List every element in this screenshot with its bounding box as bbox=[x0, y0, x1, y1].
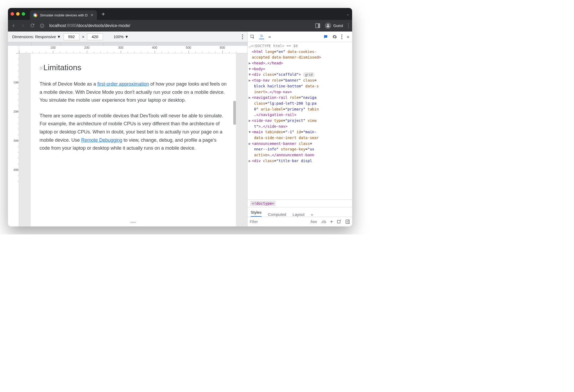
browser-window: Simulate mobile devices with D ✕ ＋ ⌄ loc… bbox=[8, 8, 352, 226]
close-window[interactable] bbox=[11, 12, 14, 16]
paragraph-2: There are some aspects of mobile devices… bbox=[40, 112, 227, 152]
devtools-panel: » ✕ …<!DOCTYPE html> == $0 <html lang="e… bbox=[248, 32, 352, 226]
page-heading: #Limitations bbox=[40, 61, 227, 74]
dom-tree-line[interactable]: block hairline-bottom" data-s bbox=[249, 83, 352, 89]
svg-rect-1 bbox=[42, 25, 42, 27]
scrollbar-thumb[interactable] bbox=[233, 101, 236, 125]
tab-title: Simulate mobile devices with D bbox=[40, 13, 88, 17]
url-field[interactable]: localhost:8080/docs/devtools/device-mode… bbox=[49, 23, 311, 28]
dom-tree-line[interactable]: nner--info" storage-key="us bbox=[249, 146, 352, 152]
rendering-icon[interactable] bbox=[337, 219, 342, 224]
window-controls bbox=[11, 12, 25, 16]
profile-button[interactable]: Guest bbox=[325, 23, 343, 29]
styles-tabs: Styles Computed Layout » bbox=[248, 207, 352, 217]
dom-tree-line[interactable]: ▼<main tabindex="-1" id="main- bbox=[249, 129, 352, 135]
feedback-icon[interactable] bbox=[323, 34, 328, 39]
styles-filter-input[interactable] bbox=[250, 220, 273, 224]
zoom-dropdown[interactable]: 100% ▼ bbox=[114, 34, 129, 39]
svg-rect-7 bbox=[337, 220, 340, 223]
browser-menu-icon[interactable] bbox=[348, 23, 349, 28]
dom-tree-line[interactable]: …</navigation-rail> bbox=[249, 112, 352, 118]
dimension-separator: × bbox=[82, 34, 84, 39]
svg-rect-2 bbox=[42, 25, 42, 25]
svg-point-3 bbox=[327, 24, 329, 26]
browser-tab[interactable]: Simulate mobile devices with D ✕ bbox=[30, 10, 97, 20]
address-bar: localhost:8080/docs/devtools/device-mode… bbox=[8, 20, 352, 32]
dom-tree-line[interactable]: ▶<div class="title-bar displ bbox=[249, 158, 352, 164]
svg-rect-8 bbox=[346, 220, 349, 224]
chrome-favicon-icon bbox=[33, 13, 37, 17]
device-viewport-pane: Dimensions: Responsive ▼ × 100% ▼ 100200… bbox=[8, 32, 248, 226]
avatar-icon bbox=[325, 23, 331, 29]
dom-tree-line[interactable]: data-side-nav-inert data-sear bbox=[249, 135, 352, 141]
rendered-page: #Limitations Think of Device Mode as a f… bbox=[19, 53, 247, 226]
device-toolbar: Dimensions: Responsive ▼ × 100% ▼ bbox=[8, 32, 247, 42]
site-info-icon[interactable] bbox=[40, 23, 44, 28]
devtools-menu-icon[interactable] bbox=[341, 34, 342, 39]
paragraph-1: Think of Device Mode as a first-order ap… bbox=[40, 80, 227, 104]
computed-panel-icon[interactable] bbox=[345, 219, 350, 224]
back-icon[interactable] bbox=[11, 23, 16, 28]
new-tab-button[interactable]: ＋ bbox=[101, 10, 106, 17]
inspect-element-icon[interactable] bbox=[250, 34, 255, 39]
resize-handle-icon[interactable]: ⋰ bbox=[241, 222, 246, 225]
viewport-height-input[interactable] bbox=[87, 33, 103, 40]
anchor-hash-icon[interactable]: # bbox=[40, 65, 43, 72]
device-toggle-icon[interactable] bbox=[259, 34, 264, 39]
drag-handle-icon[interactable]: ══ bbox=[130, 220, 136, 224]
dom-tree-line[interactable]: ▶<head>…</head> bbox=[249, 60, 352, 66]
horizontal-ruler: 100200300400500600 bbox=[19, 46, 247, 53]
reload-icon[interactable] bbox=[30, 23, 35, 28]
page-content[interactable]: #Limitations Think of Device Mode as a f… bbox=[31, 53, 236, 226]
close-tab-icon[interactable]: ✕ bbox=[90, 13, 94, 17]
device-toolbar-menu-icon[interactable] bbox=[242, 34, 243, 39]
minimize-window[interactable] bbox=[16, 12, 20, 16]
dom-tree-line[interactable]: class="lg:pad-left-200 lg:pa bbox=[249, 101, 352, 106]
tab-computed[interactable]: Computed bbox=[268, 212, 286, 217]
dom-tree-line[interactable]: accepted data-banner-dismissed> bbox=[249, 55, 352, 60]
breakpoint-strip[interactable] bbox=[8, 42, 247, 46]
side-panel-icon[interactable] bbox=[315, 23, 320, 28]
viewport-width-input[interactable] bbox=[64, 33, 79, 40]
dimensions-dropdown[interactable]: Dimensions: Responsive ▼ bbox=[12, 34, 61, 39]
dom-tree-line[interactable]: ▼<body> bbox=[249, 66, 352, 72]
remote-debugging-link[interactable]: Remote Debugging bbox=[81, 137, 122, 143]
dom-tree-line[interactable]: ▼<div class="scaffold"> grid bbox=[249, 72, 352, 78]
vertical-ruler: 100200300400 bbox=[8, 46, 19, 226]
settings-gear-icon[interactable] bbox=[332, 34, 337, 39]
dom-tree-line[interactable]: t">…</side-nav> bbox=[249, 124, 352, 130]
dom-tree[interactable]: …<!DOCTYPE html> == $0 <html lang="en" d… bbox=[248, 42, 352, 199]
more-tabs-icon[interactable]: » bbox=[268, 34, 271, 39]
dom-tree-line[interactable]: ▶<announcement-banner class= bbox=[249, 141, 352, 147]
maximize-window[interactable] bbox=[22, 12, 25, 16]
titlebar: Simulate mobile devices with D ✕ ＋ ⌄ bbox=[8, 8, 352, 20]
hov-toggle[interactable]: :hov bbox=[310, 220, 317, 224]
svg-rect-6 bbox=[262, 35, 263, 37]
dom-tree-line[interactable]: active>…</announcement-bann bbox=[249, 152, 352, 158]
dom-tree-line[interactable]: 0" aria-label="primary" tabin bbox=[249, 106, 352, 112]
breadcrumb-bar[interactable]: <!doctype> bbox=[248, 199, 352, 207]
dom-tree-line[interactable]: ▶<side-nav type="project" view bbox=[249, 118, 352, 124]
tabs-dropdown-icon[interactable]: ⌄ bbox=[346, 12, 349, 16]
dom-tree-line[interactable]: ▶<top-nav role="banner" class= bbox=[249, 78, 352, 83]
devtools-toolbar: » ✕ bbox=[248, 32, 352, 42]
more-styles-tabs-icon[interactable]: » bbox=[311, 212, 313, 217]
tab-styles[interactable]: Styles bbox=[251, 210, 262, 217]
dom-tree-line[interactable]: ▶<navigation-rail role="naviga bbox=[249, 95, 352, 101]
dom-tree-line[interactable]: <html lang="en" data-cookies- bbox=[249, 49, 352, 55]
tab-layout[interactable]: Layout bbox=[293, 212, 304, 217]
cls-toggle[interactable]: .cls bbox=[321, 220, 326, 224]
dom-tree-line[interactable]: inert>…</top-nav> bbox=[249, 89, 352, 95]
close-devtools-icon[interactable]: ✕ bbox=[347, 34, 349, 39]
styles-filter-bar: :hov .cls + bbox=[248, 217, 352, 226]
new-style-rule-icon[interactable]: + bbox=[330, 219, 333, 225]
forward-icon[interactable] bbox=[21, 23, 25, 28]
first-order-approximation-link[interactable]: first-order approximation bbox=[97, 81, 149, 87]
